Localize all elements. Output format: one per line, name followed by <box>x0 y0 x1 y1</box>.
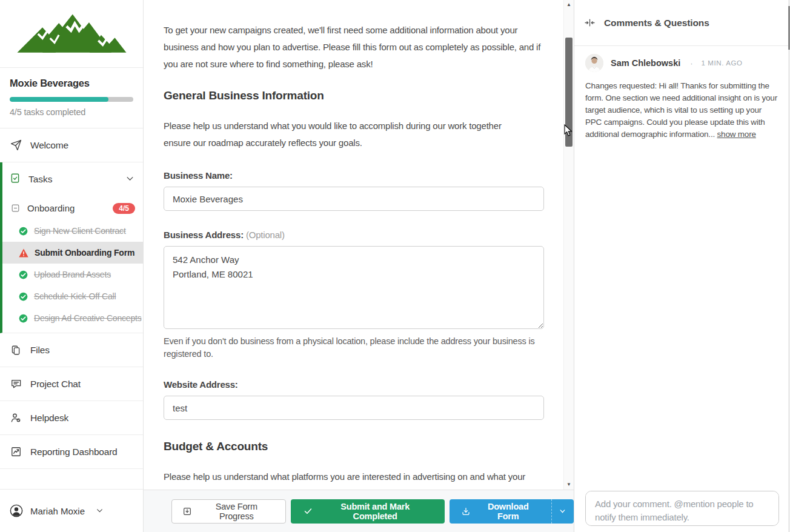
user-name: Mariah Moxie <box>30 506 85 516</box>
tasks-progress-label: 4/5 tasks completed <box>10 107 133 117</box>
check-icon <box>304 507 313 516</box>
download-icon <box>461 507 471 516</box>
submit-button-label: Submit and Mark Completed <box>319 502 432 521</box>
task-label: Sign New Client Contract <box>34 226 126 236</box>
comment-body: Changes requested: Hi all! Thanks for su… <box>585 80 779 141</box>
form-action-bar: Save Form Progress Submit and Mark Compl… <box>144 490 574 532</box>
business-name-input[interactable] <box>164 187 544 211</box>
comment-item: Sam Chlebowski · 1 MIN. AGO Changes requ… <box>574 46 790 141</box>
save-button-label: Save Form Progress <box>198 502 275 521</box>
business-address-textarea[interactable]: 542 Anchor Way Portland, ME 80021 <box>164 246 544 329</box>
scroll-down-arrow[interactable]: ▼ <box>564 482 574 488</box>
chevron-down-icon <box>96 506 104 516</box>
task-item-sign-new-client-contract[interactable]: Sign New Client Contract <box>2 220 143 242</box>
sidebar-item-welcome[interactable]: Welcome <box>0 128 143 162</box>
form-content: To get your new campaigns created, we'll… <box>144 0 563 490</box>
scroll-up-arrow[interactable]: ▲ <box>564 2 574 8</box>
tasks-section: Tasks Onboarding 4/5 Sign New Client Con… <box>0 162 143 333</box>
download-form-split-button: Download Form <box>450 499 574 524</box>
client-portal-app: Moxie Beverages 4/5 tasks completed Welc… <box>0 0 790 532</box>
website-address-input[interactable] <box>164 396 544 420</box>
task-list-icon <box>10 173 21 186</box>
task-label: Submit Onboarding Form <box>35 248 134 258</box>
download-options-caret-button[interactable] <box>551 499 574 524</box>
comments-panel: Comments & Questions Sam Chlebowski · 1 … <box>574 0 790 532</box>
form-intro: To get your new campaigns created, we'll… <box>164 22 544 73</box>
section-description-budget: Please help us understand what platforms… <box>164 468 527 490</box>
paper-plane-icon <box>10 139 22 151</box>
sidebar-item-label: Files <box>30 345 50 356</box>
line-chart-icon <box>10 446 22 458</box>
tasks-progress-fill <box>10 97 108 102</box>
comments-header: Comments & Questions <box>574 0 790 46</box>
chevron-down-icon <box>559 507 566 515</box>
section-description-general: Please help us understand what you would… <box>164 118 531 151</box>
task-item-upload-brand-assets[interactable]: Upload Brand Assets <box>2 264 143 285</box>
optional-hint: (Optional) <box>246 230 285 240</box>
client-summary: Moxie Beverages 4/5 tasks completed <box>0 68 143 128</box>
task-count-badge: 4/5 <box>113 203 135 214</box>
chevron-down-icon[interactable] <box>125 174 134 185</box>
user-menu[interactable]: Mariah Moxie <box>0 489 143 532</box>
show-more-link[interactable]: show more <box>717 130 756 139</box>
sidebar-item-label: Welcome <box>30 140 68 151</box>
person-check-icon <box>10 412 22 424</box>
client-name: Moxie Beverages <box>10 78 133 89</box>
sidebar-item-tasks[interactable]: Tasks <box>2 162 143 196</box>
website-address-label: Website Address: <box>164 379 544 390</box>
task-group-label: Onboarding <box>27 203 75 213</box>
sidebar-item-reporting-dashboard[interactable]: Reporting Dashboard <box>0 435 143 469</box>
sidebar: Moxie Beverages 4/5 tasks completed Welc… <box>0 0 144 532</box>
task-label: Schedule Kick-Off Call <box>34 291 116 301</box>
sidebar-item-label: Reporting Dashboard <box>30 447 118 457</box>
save-icon <box>182 507 192 516</box>
business-address-label: Business Address: (Optional) <box>164 230 544 240</box>
task-item-schedule-kick-off-call[interactable]: Schedule Kick-Off Call <box>2 285 143 307</box>
warning-triangle-icon <box>19 248 28 258</box>
meta-separator: · <box>690 59 692 68</box>
business-address-label-text: Business Address: <box>164 230 244 240</box>
check-circle-icon <box>19 270 28 279</box>
chat-bubble-icon <box>10 378 22 390</box>
sidebar-item-label: Tasks <box>28 174 53 185</box>
commenter-name: Sam Chlebowski <box>611 58 680 68</box>
logo-area <box>0 0 143 68</box>
section-heading-budget: Budget & Accounts <box>164 440 544 453</box>
save-form-progress-button[interactable]: Save Form Progress <box>171 499 286 524</box>
check-circle-icon <box>19 227 28 236</box>
main-scrollbar[interactable]: ▲ ▼ <box>563 0 574 490</box>
task-label: Design Ad Creative Concepts <box>34 313 141 323</box>
download-button-label: Download Form <box>477 502 540 521</box>
task-item-submit-onboarding-form[interactable]: Submit Onboarding Form <box>2 242 143 264</box>
mountain-logo-icon <box>14 10 129 58</box>
files-icon <box>10 344 22 356</box>
section-heading-general: General Business Information <box>164 89 544 102</box>
sidebar-item-helpdesk[interactable]: Helpdesk <box>0 401 143 435</box>
business-address-help: Even if you don't do business from a phy… <box>164 335 543 361</box>
sidebar-item-project-chat[interactable]: Project Chat <box>0 367 143 401</box>
user-avatar-icon <box>10 504 23 517</box>
comment-timestamp: 1 MIN. AGO <box>702 59 743 67</box>
task-group-onboarding[interactable]: Onboarding 4/5 <box>2 196 143 220</box>
business-name-label: Business Name: <box>164 170 544 181</box>
commenter-avatar <box>585 54 603 72</box>
task-label: Upload Brand Assets <box>34 270 111 279</box>
scrollbar-thumb[interactable] <box>565 38 573 147</box>
sidebar-item-label: Helpdesk <box>30 413 68 424</box>
check-circle-icon <box>19 314 28 323</box>
collapse-panel-icon[interactable] <box>585 18 595 28</box>
form-main: To get your new campaigns created, we'll… <box>144 0 563 490</box>
add-comment-input[interactable] <box>585 491 779 526</box>
comments-title: Comments & Questions <box>604 18 709 28</box>
sidebar-item-label: Project Chat <box>30 379 81 390</box>
check-circle-icon <box>19 292 28 301</box>
submit-and-mark-completed-button[interactable]: Submit and Mark Completed <box>291 499 445 524</box>
task-item-design-ad-creative-concepts[interactable]: Design Ad Creative Concepts <box>2 307 143 329</box>
minus-square-icon[interactable] <box>11 204 21 213</box>
sidebar-item-files[interactable]: Files <box>0 333 143 367</box>
comment-header: Sam Chlebowski · 1 MIN. AGO <box>585 54 779 72</box>
tasks-progress-bar <box>10 97 133 102</box>
download-form-button[interactable]: Download Form <box>450 499 551 524</box>
